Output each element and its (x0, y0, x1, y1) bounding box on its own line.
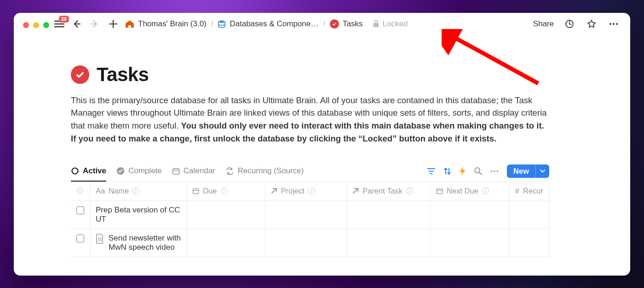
relation-icon (352, 188, 359, 194)
svg-point-13 (497, 170, 499, 172)
window-zoom[interactable] (43, 22, 49, 28)
view-tabs: Active Complete Calendar Recurring (Sour… (71, 161, 304, 182)
view-options-button[interactable] (490, 170, 499, 172)
locked-indicator[interactable]: Locked (373, 19, 408, 29)
breadcrumb-databases[interactable]: Databases & Compone… (218, 19, 318, 29)
column-label: Name (109, 187, 129, 195)
page-icon (96, 234, 104, 244)
svg-point-1 (218, 20, 225, 23)
breadcrumb-label: Tasks (343, 19, 362, 29)
topbar: 28 Thomas' Brain (3.0) / Databases & Com… (14, 13, 630, 35)
page-title-row: Tasks (71, 64, 549, 86)
cell-recur[interactable] (509, 229, 549, 257)
page-description[interactable]: This is the primary/source database for … (71, 94, 549, 145)
tab-complete[interactable]: Complete (116, 161, 162, 182)
tab-label: Active (83, 166, 106, 176)
info-icon: i (482, 188, 489, 194)
cell-recur[interactable] (509, 200, 549, 229)
cell-name[interactable]: Send newsletter with MwN speech video (96, 234, 181, 252)
table-row[interactable]: Send newsletter with MwN speech video (71, 229, 549, 257)
column-header-next-due[interactable]: Next Duei (431, 182, 510, 201)
info-icon: i (221, 188, 228, 194)
tab-active[interactable]: Active (71, 161, 106, 182)
check-badge-icon (330, 19, 339, 29)
database-actions: New (427, 165, 549, 178)
tab-calendar[interactable]: Calendar (172, 161, 215, 182)
breadcrumb-tasks[interactable]: Tasks (330, 19, 362, 29)
row-checkbox[interactable] (76, 206, 84, 214)
svg-point-12 (494, 170, 495, 172)
calendar-icon (436, 188, 443, 194)
arrow-right-icon (90, 19, 99, 29)
cell-parent-task[interactable] (347, 200, 431, 229)
svg-point-6 (616, 23, 618, 25)
app-window: 28 Thomas' Brain (3.0) / Databases & Com… (14, 13, 630, 276)
column-label: Due (203, 187, 217, 195)
sort-button[interactable] (443, 167, 451, 175)
topbar-actions: Share (533, 18, 620, 30)
svg-rect-14 (193, 188, 199, 194)
favorite-button[interactable] (585, 18, 598, 30)
column-header-project[interactable]: Projecti (265, 182, 347, 201)
breadcrumb: Thomas' Brain (3.0) / Databases & Compon… (125, 19, 408, 29)
svg-rect-15 (437, 188, 442, 194)
svg-point-7 (72, 168, 78, 174)
updates-button[interactable] (563, 18, 576, 30)
cell-project[interactable] (265, 200, 347, 229)
column-header-parent-task[interactable]: Parent Taski (347, 182, 431, 201)
window-traffic-lights (23, 22, 49, 28)
automations-button[interactable] (460, 167, 466, 176)
circle-outline-icon (71, 167, 79, 175)
search-icon (474, 167, 482, 175)
new-page-button[interactable] (107, 18, 120, 30)
cell-project[interactable] (265, 229, 347, 257)
sort-icon (443, 167, 451, 175)
home-icon (125, 20, 134, 28)
lock-icon (373, 20, 380, 28)
row-name: Send newsletter with MwN speech video (109, 234, 181, 252)
new-button-split: New (507, 165, 549, 178)
star-icon (587, 19, 596, 29)
column-header-recur[interactable]: #Recur (509, 182, 549, 201)
window-close[interactable] (23, 22, 29, 28)
cell-parent-task[interactable] (347, 229, 431, 257)
new-button-dropdown[interactable] (535, 165, 549, 178)
column-header-due[interactable]: Duei (187, 182, 265, 201)
column-label: Recur (523, 187, 543, 195)
cell-due[interactable] (187, 229, 265, 257)
svg-point-5 (613, 23, 615, 25)
text-property-icon: Aa (96, 187, 105, 195)
breadcrumb-separator: / (323, 19, 325, 29)
svg-rect-2 (374, 23, 379, 27)
tab-label: Complete (128, 166, 162, 176)
page-title[interactable]: Tasks (97, 64, 149, 86)
row-checkbox[interactable] (76, 235, 84, 242)
column-header-name[interactable]: AaNamei (90, 182, 187, 201)
database-icon (218, 20, 226, 28)
chevron-down-icon (540, 170, 545, 173)
breadcrumb-label: Databases & Compone… (230, 19, 318, 29)
locked-label: Locked (382, 19, 408, 29)
tab-recurring[interactable]: Recurring (Source) (225, 161, 304, 182)
clock-icon (565, 19, 574, 29)
cell-name[interactable]: Prep Beta version of CC UT (96, 206, 181, 224)
calendar-icon (192, 188, 199, 194)
new-button[interactable]: New (507, 165, 535, 178)
more-menu[interactable] (607, 18, 620, 30)
page-icon[interactable] (71, 65, 89, 84)
relation-icon (271, 188, 277, 194)
cell-next-due[interactable] (431, 229, 510, 257)
row-name: Prep Beta version of CC UT (96, 206, 181, 224)
filter-button[interactable] (427, 168, 435, 175)
nav-back[interactable] (70, 18, 83, 30)
info-icon: i (308, 188, 315, 194)
share-button[interactable]: Share (533, 19, 554, 29)
search-button[interactable] (474, 167, 482, 175)
cell-due[interactable] (187, 200, 265, 229)
sidebar-toggle[interactable]: 28 (54, 20, 64, 28)
nav-forward[interactable] (88, 18, 101, 30)
cell-next-due[interactable] (431, 200, 510, 229)
breadcrumb-root[interactable]: Thomas' Brain (3.0) (125, 19, 207, 29)
window-minimize[interactable] (33, 22, 39, 28)
table-row[interactable]: Prep Beta version of CC UT (71, 200, 549, 229)
